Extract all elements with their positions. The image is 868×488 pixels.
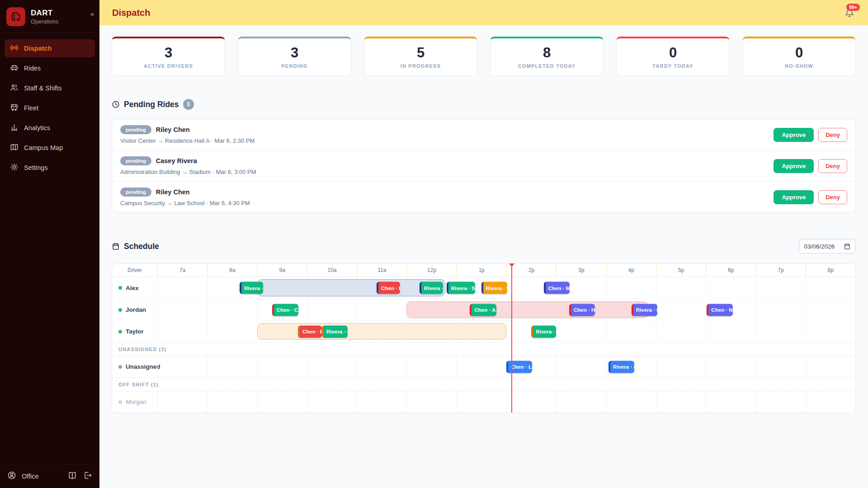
ride-block[interactable]: Chen · C (272, 304, 298, 316)
gear-icon (10, 163, 19, 173)
collapse-sidebar-button[interactable]: « (90, 10, 94, 18)
brand-subtitle: Operations (31, 19, 58, 25)
pending-ride-row: pending Riley Chen Campus Security → Law… (112, 181, 855, 212)
stat-label: NO-SHOW (785, 63, 813, 69)
app-root: DART Operations « Dispatch Rides Staff &… (0, 0, 868, 488)
ride-block[interactable]: Chen · M (544, 282, 570, 294)
car-icon (10, 63, 19, 73)
hour-label: 11a (357, 264, 406, 277)
date-value: 03/06/2026 (804, 243, 835, 250)
hour-cell (656, 321, 706, 342)
schedule-track: Chen · CChen · AChen · HRivera · LChen ·… (157, 299, 855, 320)
user-circle-icon (7, 471, 16, 482)
deny-button[interactable]: Deny (818, 159, 847, 173)
rider-name: Riley Chen (156, 126, 190, 133)
hour-cell (357, 391, 406, 413)
ride-block[interactable]: Rivera · N (609, 361, 634, 373)
status-badge: pending (120, 125, 151, 134)
approve-button[interactable]: Approve (774, 159, 814, 173)
date-input[interactable]: 03/06/2026 (799, 239, 856, 253)
hour-cell (656, 277, 706, 299)
driver-status-dot (118, 330, 122, 333)
approve-button[interactable]: Approve (774, 190, 814, 204)
ride-block[interactable]: Rivera · N (240, 282, 263, 294)
hour-cell (157, 299, 207, 320)
driver-name: Unassigned (126, 363, 160, 370)
sidebar-item-fleet[interactable]: Fleet (5, 99, 95, 117)
user-office-label[interactable]: Office (22, 473, 62, 480)
ride-block[interactable]: Rivera · St (447, 282, 475, 294)
content: 3 ACTIVE DRIVERS 3 PENDING 5 IN PROGRESS… (99, 25, 868, 488)
hour-cell (656, 356, 706, 377)
hour-label: 4p (606, 264, 656, 277)
pending-count-badge: 3 (183, 99, 194, 110)
sidebar-item-dispatch[interactable]: Dispatch (5, 39, 95, 57)
sidebar-item-staff-shifts[interactable]: Staff & Shifts (5, 79, 95, 97)
sidebar-item-label: Fleet (24, 104, 38, 112)
hour-cell (706, 391, 755, 413)
calendar-icon (112, 242, 120, 250)
hour-cell (806, 356, 855, 377)
status-badge: pending (120, 188, 151, 197)
ride-block[interactable]: Rivera · L (632, 304, 657, 316)
stat-label: IN PROGRESS (401, 63, 441, 69)
dart-logo-icon (6, 7, 25, 26)
calendar-picker-icon (844, 243, 851, 250)
shift-band (406, 301, 648, 318)
page-title: Dispatch (112, 8, 150, 18)
schedule-track: Chen · ERivera · SRivera · C (157, 321, 855, 342)
map-icon (10, 143, 19, 153)
ride-block[interactable]: Rivera · C (531, 325, 556, 338)
hour-cell (706, 356, 755, 377)
hour-cell (755, 299, 805, 320)
ride-block[interactable]: Rivera · S (322, 325, 348, 338)
driver-status-dot (118, 286, 122, 290)
sidebar-nav: Dispatch Rides Staff & Shifts Fleet Anal… (0, 33, 99, 464)
users-icon (10, 83, 19, 93)
driver-name: Jordan (126, 306, 146, 313)
stat-label: PENDING (281, 63, 308, 69)
hour-cell (506, 391, 556, 413)
ride-block[interactable]: Chen · A (470, 304, 496, 316)
ride-block[interactable]: Chen · N (707, 304, 732, 316)
stat-value: 3 (165, 46, 172, 60)
ride-block[interactable]: Chen · E (298, 325, 322, 338)
schedule-row: Morgan (112, 391, 855, 413)
log-out-icon[interactable] (83, 471, 92, 482)
hour-cell (656, 299, 706, 320)
ride-block[interactable]: Chen · La (506, 361, 532, 373)
schedule-row: AlexRivera · NChen · ReRivera · PRivera … (112, 277, 855, 299)
deny-button[interactable]: Deny (818, 128, 847, 142)
schedule-body: AlexRivera · NChen · ReRivera · PRivera … (112, 277, 855, 413)
pending-ride-row: pending Casey Rivera Administration Buil… (112, 150, 855, 181)
stat-cards: 3 ACTIVE DRIVERS 3 PENDING 5 IN PROGRESS… (112, 37, 856, 76)
stat-pending: 3 PENDING (238, 37, 351, 76)
bar-chart-icon (10, 123, 19, 133)
sidebar-item-campus-map[interactable]: Campus Map (5, 139, 95, 157)
ride-block[interactable]: Rivera · P (420, 282, 443, 294)
hour-cell (307, 391, 357, 413)
sidebar-item-label: Dispatch (24, 45, 52, 52)
sidebar-item-rides[interactable]: Rides (5, 59, 95, 77)
stat-value: 0 (795, 46, 803, 60)
dispatch-icon (10, 43, 19, 53)
sidebar-item-settings[interactable]: Settings (5, 159, 95, 177)
hour-cell (606, 321, 656, 342)
pending-rides-heading: Pending Rides 3 (112, 99, 856, 110)
hour-label: 7p (755, 264, 805, 277)
ride-block[interactable]: Rivera · S (481, 282, 507, 294)
rider-name: Riley Chen (156, 188, 190, 196)
ride-block[interactable]: Chen · Re (377, 282, 400, 294)
notifications-button[interactable]: 99+ (844, 8, 854, 20)
approve-button[interactable]: Approve (774, 128, 814, 142)
stat-active-drivers: 3 ACTIVE DRIVERS (112, 37, 225, 76)
schedule-track (157, 391, 855, 413)
sidebar: DART Operations « Dispatch Rides Staff &… (0, 0, 99, 488)
hour-cell (656, 391, 706, 413)
hour-label: 9a (257, 264, 307, 277)
deny-button[interactable]: Deny (818, 190, 847, 204)
ride-block[interactable]: Chen · H (569, 304, 595, 316)
schedule-row: TaylorChen · ERivera · SRivera · C (112, 320, 855, 342)
sidebar-item-analytics[interactable]: Analytics (5, 119, 95, 137)
book-open-icon[interactable] (68, 471, 77, 482)
